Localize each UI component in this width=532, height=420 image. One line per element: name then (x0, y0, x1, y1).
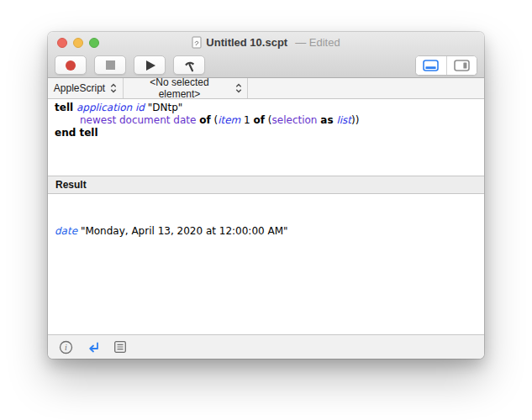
code-line: tell application id "DNtp" (55, 102, 477, 114)
show-log-button[interactable] (113, 340, 127, 354)
window-edited-status: — Edited (295, 36, 340, 49)
result-line: date "Monday, April 13, 2020 at 12:00:00… (55, 225, 477, 238)
compile-button[interactable] (173, 55, 205, 75)
code-token: selection (272, 114, 318, 126)
code-token: newest document date (80, 114, 196, 126)
zoom-button[interactable] (89, 38, 99, 48)
window-title-group: Untitled 10.scpt — Edited (192, 36, 340, 49)
view-toggle-segmented-control (415, 55, 477, 76)
record-button[interactable] (55, 55, 87, 75)
show-bottom-pane-toggle[interactable] (416, 56, 446, 75)
code-token: end tell (55, 127, 98, 139)
result-pane: date "Monday, April 13, 2020 at 12:00:00… (48, 194, 484, 334)
window-header: Untitled 10.scpt — Edited (48, 32, 484, 78)
close-button[interactable] (57, 38, 67, 48)
info-icon: i (59, 340, 73, 354)
code-line: end tell (55, 127, 477, 139)
code-token: ( (211, 114, 219, 126)
traffic-lights (57, 38, 99, 48)
element-popup-label: <No selected element> (129, 76, 230, 100)
toolbar (48, 53, 484, 77)
code-token: "Monday, April 13, 2020 at 12:00:00 AM" (77, 225, 288, 237)
record-icon (66, 60, 76, 71)
code-editor[interactable]: tell application id "DNtp"newest documen… (48, 99, 484, 176)
code-token: )) (351, 114, 359, 126)
script-editor-window: Untitled 10.scpt — Edited (48, 32, 484, 359)
code-line: newest document date of (item 1 of (sele… (55, 114, 477, 127)
stop-button[interactable] (94, 55, 126, 75)
event-log-icon (113, 340, 127, 354)
language-popup-label: AppleScript (54, 82, 105, 94)
result-header-bar: Result (48, 176, 484, 194)
code-token: application (76, 102, 132, 113)
code-token: of (199, 114, 210, 126)
run-button[interactable] (134, 55, 166, 75)
show-result-button[interactable] (87, 341, 100, 354)
popup-chevrons-icon (110, 83, 117, 93)
code-token: tell (55, 102, 73, 113)
show-description-button[interactable]: i (59, 340, 73, 354)
popup-chevrons-icon (235, 83, 242, 93)
window-title: Untitled 10.scpt (206, 36, 287, 49)
bottom-pane-icon (423, 60, 439, 71)
status-bar: i (48, 334, 484, 359)
show-right-pane-toggle[interactable] (446, 56, 477, 75)
navigation-bar: AppleScript <No selected element> (48, 78, 484, 99)
element-popup[interactable]: <No selected element> (124, 78, 248, 98)
stop-icon (106, 60, 115, 70)
minimize-button[interactable] (73, 38, 83, 48)
code-token: ( (265, 114, 272, 126)
code-token: item (218, 114, 240, 126)
svg-text:i: i (65, 343, 67, 352)
right-pane-icon (454, 60, 470, 71)
code-token: 1 (240, 114, 253, 126)
titlebar[interactable]: Untitled 10.scpt — Edited (48, 32, 484, 53)
return-icon (87, 341, 100, 354)
script-document-icon (192, 36, 202, 49)
code-token: id (135, 102, 145, 113)
language-popup[interactable]: AppleScript (48, 78, 124, 98)
compile-hammer-icon (182, 59, 197, 72)
code-token: "DNtp" (145, 102, 182, 113)
code-token: as (320, 114, 333, 126)
result-header-label: Result (55, 179, 87, 191)
code-token: date (55, 225, 77, 237)
code-token: of (254, 114, 265, 126)
code-token: list (336, 114, 351, 126)
code-lines: tell application id "DNtp"newest documen… (55, 102, 477, 139)
run-icon (146, 60, 155, 71)
